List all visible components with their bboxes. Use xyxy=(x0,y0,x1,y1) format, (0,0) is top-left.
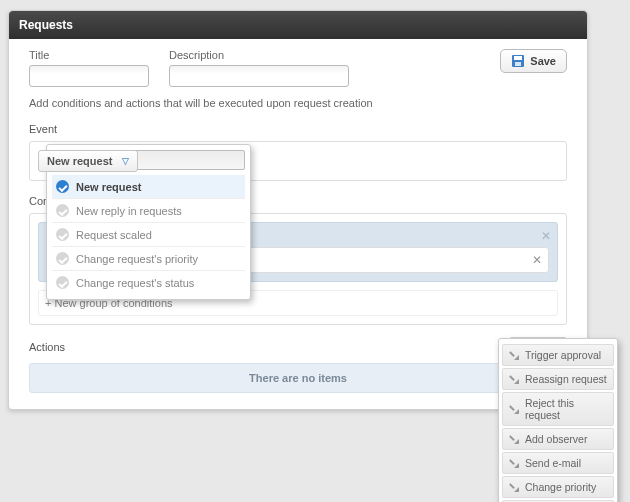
unchecked-icon xyxy=(56,276,69,289)
panel-title: Requests xyxy=(9,11,587,39)
arrow-down-right-icon xyxy=(509,350,519,360)
chevron-down-icon: ▽ xyxy=(122,156,129,166)
event-option[interactable]: Request scaled xyxy=(52,223,245,247)
event-option-label: Change request's status xyxy=(76,277,194,289)
event-section-label: Event xyxy=(29,123,567,135)
action-option[interactable]: Change priority xyxy=(502,476,614,498)
title-input[interactable] xyxy=(29,65,149,87)
arrow-down-right-icon xyxy=(509,404,519,414)
action-option[interactable]: Trigger approval xyxy=(502,344,614,366)
svg-rect-1 xyxy=(514,56,522,60)
event-option[interactable]: New request xyxy=(52,175,245,199)
unchecked-icon xyxy=(56,228,69,241)
unchecked-icon xyxy=(56,204,69,217)
actions-section-label: Actions xyxy=(29,341,65,353)
description-label: Description xyxy=(169,49,349,61)
arrow-down-right-icon xyxy=(509,482,519,492)
action-option[interactable]: Reject this request xyxy=(502,392,614,426)
event-dropdown-label: New request xyxy=(47,155,112,167)
save-button-label: Save xyxy=(530,55,556,67)
arrow-down-right-icon xyxy=(509,434,519,444)
action-option-label: Add observer xyxy=(525,433,587,445)
action-option-label: Reject this request xyxy=(525,397,607,421)
close-icon[interactable]: ✕ xyxy=(532,253,542,267)
event-option[interactable]: Change request's status xyxy=(52,271,245,294)
action-option[interactable]: Reassign request xyxy=(502,368,614,390)
unchecked-icon xyxy=(56,252,69,265)
description-input[interactable] xyxy=(169,65,349,87)
event-option-label: New request xyxy=(76,181,141,193)
actions-menu: Trigger approvalReassign requestReject t… xyxy=(498,338,618,502)
event-dropdown-button[interactable]: New request ▽ xyxy=(38,150,138,172)
event-option[interactable]: New reply in requests xyxy=(52,199,245,223)
event-option-label: Change request's priority xyxy=(76,253,198,265)
action-option-label: Reassign request xyxy=(525,373,607,385)
action-option-label: Trigger approval xyxy=(525,349,601,361)
action-option-label: Change priority xyxy=(525,481,596,493)
action-option-label: Send e-mail xyxy=(525,457,581,469)
save-button[interactable]: Save xyxy=(500,49,567,73)
event-option[interactable]: Change request's priority xyxy=(52,247,245,271)
event-option-label: Request scaled xyxy=(76,229,152,241)
check-icon xyxy=(56,180,69,193)
close-icon[interactable]: ✕ xyxy=(541,229,551,243)
title-label: Title xyxy=(29,49,149,61)
save-icon xyxy=(511,54,525,68)
action-option[interactable]: Send e-mail xyxy=(502,452,614,474)
hint-text: Add conditions and actions that will be … xyxy=(29,97,567,109)
event-option-label: New reply in requests xyxy=(76,205,182,217)
arrow-down-right-icon xyxy=(509,374,519,384)
arrow-down-right-icon xyxy=(509,458,519,468)
actions-empty-state: There are no items xyxy=(29,363,567,393)
action-option[interactable]: Add observer xyxy=(502,428,614,450)
svg-rect-2 xyxy=(515,62,521,66)
